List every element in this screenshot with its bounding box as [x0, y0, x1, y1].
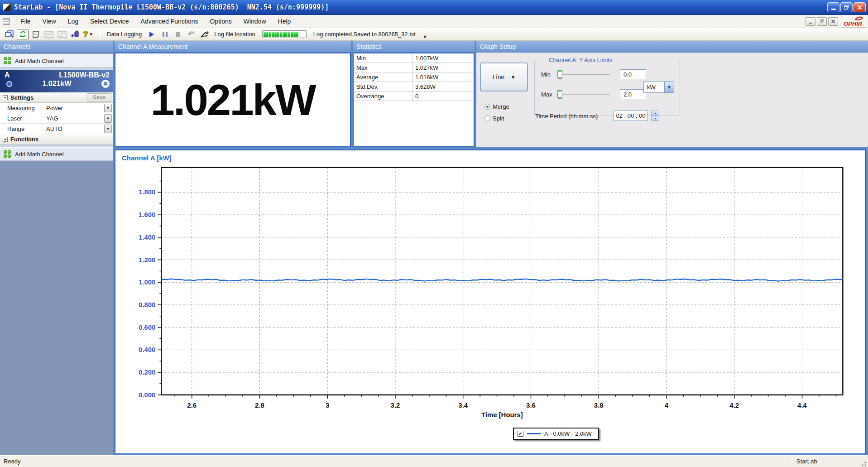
split-label: Split: [493, 115, 504, 122]
time-period-input[interactable]: 02 : 00 : 00: [614, 111, 648, 121]
measurement-header: Channel A Measurement: [115, 41, 351, 53]
merge-label: Merge: [493, 103, 509, 110]
menu-advanced-functions[interactable]: Advanced Functions: [135, 16, 204, 26]
time-period-spinner: ▲ ▼: [651, 111, 659, 121]
graph-view-icon: [44, 31, 53, 38]
stats-value: 1.007kW: [412, 55, 474, 62]
split-radio[interactable]: [484, 116, 490, 121]
minimize-icon: [831, 9, 836, 10]
stats-value: 0: [412, 93, 474, 100]
min-slider-track: [556, 74, 610, 75]
collapse-icon[interactable]: −: [3, 95, 8, 100]
y-max-input[interactable]: 2.0: [620, 89, 646, 99]
spinner-down-button[interactable]: ▼: [651, 116, 659, 121]
stats-label: Std.Dev.: [354, 82, 412, 91]
restore-button[interactable]: [840, 2, 853, 12]
min-slider-thumb[interactable]: [557, 70, 562, 79]
functions-label: Functions: [10, 136, 38, 143]
refresh-button[interactable]: [17, 29, 29, 39]
unit-dropdown-icon[interactable]: ▼: [664, 82, 674, 92]
setting-value[interactable]: AUTO: [43, 125, 104, 132]
y-axis-limits-label: Channel A: Y Axis Limits: [547, 57, 614, 63]
start-log-button[interactable]: [146, 29, 158, 39]
menu-select-device[interactable]: Select Device: [84, 16, 135, 26]
log-settings-button[interactable]: [198, 29, 210, 39]
stop-log-button[interactable]: [172, 29, 184, 39]
measurement-panel: Channel A Measurement 1.021kW: [115, 41, 351, 147]
stats-value: 1.016kW: [412, 74, 474, 81]
channel-active-radio[interactable]: [6, 81, 12, 87]
merge-radio[interactable]: [484, 104, 490, 110]
max-slider[interactable]: [556, 89, 610, 99]
channel-a-block[interactable]: A L1500W-BB-v2 1.021kW: [0, 70, 113, 92]
mdi-minimize-button[interactable]: [806, 17, 815, 26]
mdi-restore-button[interactable]: [817, 17, 827, 26]
stats-row-min: Min1.007kW: [354, 53, 474, 63]
setting-row-measuring: MeasuringPower▼: [0, 103, 113, 113]
pause-log-button[interactable]: [159, 29, 171, 39]
menu-log[interactable]: Log: [62, 16, 84, 26]
menu-window[interactable]: Window: [238, 16, 272, 26]
setting-label: Measuring: [0, 105, 43, 111]
stats-row-average: Average1.016kW: [354, 72, 474, 82]
add-math-channel-button[interactable]: Add Math Channel: [0, 54, 113, 67]
close-button[interactable]: ✕: [854, 2, 866, 12]
collapse-channel-button[interactable]: [101, 80, 110, 88]
channels-header: Channels: [0, 41, 113, 53]
max-slider-thumb[interactable]: [557, 90, 562, 99]
graph-type-combo[interactable]: Line ▼: [480, 63, 528, 91]
functions-expander[interactable]: + Functions: [0, 134, 113, 144]
save-button[interactable]: Save: [87, 93, 111, 101]
svg-text:4.2: 4.2: [729, 402, 739, 409]
y-min-input[interactable]: 0.0: [620, 69, 646, 79]
setting-value[interactable]: YAG: [43, 115, 104, 122]
split-radio-row[interactable]: Split: [484, 115, 504, 122]
expand-icon[interactable]: +: [3, 137, 8, 142]
add-math-channel-icon: [4, 57, 11, 64]
unit-select[interactable]: kW ▼: [643, 81, 674, 93]
min-slider[interactable]: [556, 69, 610, 79]
dropdown-arrow-icon[interactable]: ▼: [104, 104, 112, 112]
play-icon: [149, 32, 154, 37]
legend-checkbox[interactable]: ✔: [518, 431, 523, 437]
toolbar-overflow-icon[interactable]: ▼: [422, 34, 427, 40]
usb-device-icon: [71, 30, 80, 39]
help-dropdown-icon: ▼: [89, 32, 93, 37]
graph-view-button-disabled: [43, 29, 55, 39]
svg-text:0.800: 0.800: [139, 301, 155, 308]
add-math-channel-button-2[interactable]: Add Math Channel: [0, 147, 113, 161]
legend-line-swatch: [527, 433, 541, 434]
connect-device-button[interactable]: [69, 29, 81, 39]
menu-view[interactable]: View: [37, 16, 62, 26]
log-progress-bar: [262, 30, 307, 38]
progress-segment: [269, 32, 271, 37]
stats-row-max: Max1.027kW: [354, 63, 474, 72]
menu-options[interactable]: Options: [204, 16, 237, 26]
spinner-up-button[interactable]: ▲: [651, 111, 659, 116]
settings-expander[interactable]: − Settings Save: [0, 92, 113, 103]
menu-file[interactable]: File: [14, 16, 37, 26]
chevron-double-up-icon: [103, 81, 108, 87]
ophir-logo: OPHIR: [842, 16, 867, 28]
mdi-close-button[interactable]: ✕: [828, 17, 838, 26]
max-slider-track: [556, 94, 610, 95]
chart-plot: 1.8001.6001.4001.2001.0000.8000.6000.400…: [115, 150, 865, 453]
svg-text:3.4: 3.4: [458, 402, 468, 409]
reset-log-button[interactable]: ↷: [185, 29, 197, 39]
menu-help[interactable]: Help: [272, 16, 297, 26]
help-button[interactable]: ? ▼: [82, 29, 94, 39]
dropdown-arrow-icon[interactable]: ▼: [104, 114, 112, 123]
cascade-windows-button[interactable]: [4, 29, 15, 39]
dropdown-arrow-icon[interactable]: ▼: [104, 125, 112, 133]
notes-button[interactable]: [30, 29, 42, 39]
add-math-channel-label-2: Add Math Channel: [15, 151, 64, 158]
minimize-button[interactable]: [827, 2, 839, 12]
merge-radio-row[interactable]: Merge: [484, 103, 509, 110]
resize-grip[interactable]: [860, 460, 867, 467]
document-grid-icon: [3, 18, 10, 25]
setting-value[interactable]: Power: [43, 105, 104, 111]
svg-text:1.600: 1.600: [139, 211, 155, 218]
mdi-minimize-icon: [809, 23, 812, 24]
help-icon: ?: [83, 30, 88, 39]
measurement-value: 1.021kW: [150, 75, 315, 125]
